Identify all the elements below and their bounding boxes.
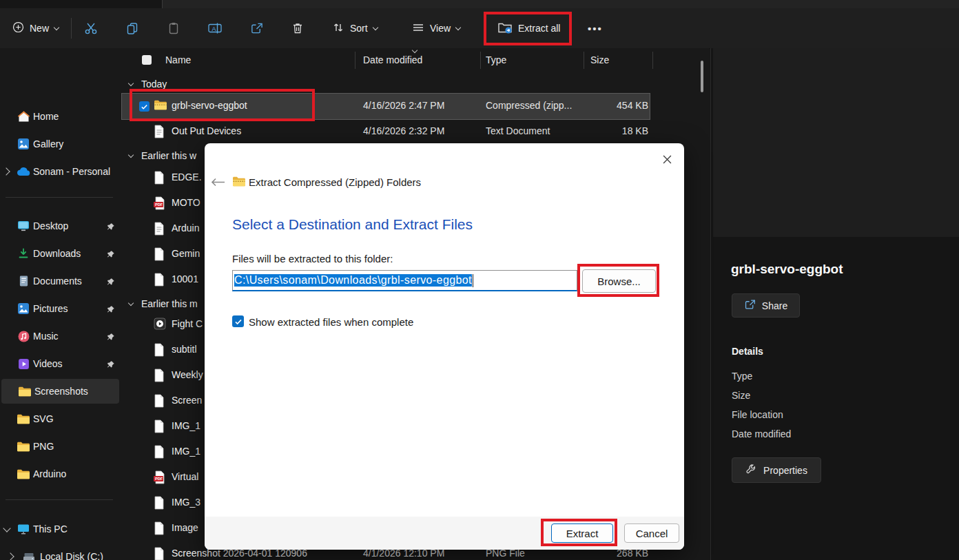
file-name: IMG_3 <box>172 497 200 508</box>
view-button-label: View <box>430 23 451 34</box>
sort-icon <box>332 22 344 35</box>
more-options-icon[interactable]: ••• <box>586 19 605 38</box>
sidebar-item-this-pc[interactable]: This PC <box>0 517 121 541</box>
file-row-grbl-servo-eggbot[interactable]: grbl-servo-eggbot 4/16/2026 2:47 PM Comp… <box>122 94 650 119</box>
select-all-checkbox[interactable] <box>142 55 152 65</box>
file-name: Fight C <box>172 318 203 329</box>
documents-icon <box>17 274 30 288</box>
title-bar-tab <box>0 0 163 8</box>
destination-label: Files will be extracted to this folder: <box>232 253 393 265</box>
command-toolbar: New A Sort View Extract all ••• <box>0 8 959 49</box>
file-name: subtitl <box>172 344 197 355</box>
cancel-button[interactable]: Cancel <box>624 523 679 543</box>
file-icon <box>154 496 167 510</box>
new-button[interactable]: New <box>6 16 65 41</box>
sidebar-item-downloads[interactable]: Downloads <box>0 241 121 266</box>
show-extracted-label: Show extracted files when complete <box>249 316 413 328</box>
vertical-scrollbar[interactable] <box>701 61 703 92</box>
sidebar-item-home[interactable]: Home <box>0 104 121 129</box>
svg-text:PDF: PDF <box>155 477 163 481</box>
file-row-out-put-devices[interactable]: Out Put Devices 4/16/2026 2:32 PM Text D… <box>122 119 650 145</box>
sidebar-item-screenshots[interactable]: Screenshots <box>1 379 119 404</box>
row-checkbox-checked[interactable] <box>139 101 149 112</box>
column-divider[interactable] <box>652 52 653 69</box>
pdf-icon: PDF <box>154 196 167 210</box>
dialog-heading: Select a Destination and Extract Files <box>232 216 473 233</box>
folder-icon <box>17 467 30 481</box>
column-divider[interactable] <box>480 52 481 69</box>
column-header-date-modified[interactable]: Date modified <box>363 48 422 72</box>
details-field-date-modified: Date modified <box>732 428 791 439</box>
properties-button-label: Properties <box>763 465 807 476</box>
sidebar-item-png[interactable]: PNG <box>0 434 121 459</box>
file-name: Virtual <box>172 471 198 482</box>
sidebar-item-svg[interactable]: SVG <box>0 406 121 431</box>
delete-icon[interactable] <box>288 19 307 38</box>
column-header-size[interactable]: Size <box>590 48 609 72</box>
extract-all-label: Extract all <box>518 23 560 34</box>
browse-button-label: Browse... <box>597 276 641 287</box>
sidebar-item-desktop[interactable]: Desktop <box>0 214 121 238</box>
sidebar-item-gallery[interactable]: Gallery <box>0 132 121 156</box>
sidebar-item-videos[interactable]: Videos <box>0 351 121 376</box>
details-heading: Details <box>732 346 763 357</box>
column-divider[interactable] <box>584 52 584 69</box>
column-header-type[interactable]: Type <box>486 48 506 72</box>
file-name: Image <box>172 522 198 533</box>
share-icon[interactable] <box>247 19 266 38</box>
rename-icon[interactable]: A <box>205 19 225 38</box>
sidebar-item-pictures[interactable]: Pictures <box>0 296 121 321</box>
share-icon <box>744 299 756 312</box>
text-document-icon <box>154 125 167 138</box>
chevron-down-icon <box>372 24 378 30</box>
file-name: 10001 <box>172 273 198 284</box>
copy-icon[interactable] <box>123 19 142 38</box>
sidebar-item-label: Screenshots <box>34 386 88 397</box>
sidebar-divider <box>6 197 113 198</box>
column-header-name[interactable]: Name <box>165 48 191 72</box>
zip-folder-icon <box>232 176 246 187</box>
file-size: 18 KB <box>570 125 648 136</box>
back-arrow-icon[interactable] <box>206 174 229 190</box>
share-button[interactable]: Share <box>732 293 800 318</box>
details-field-file-location: File location <box>732 409 783 420</box>
extract-button[interactable]: Extract <box>551 523 613 543</box>
extract-all-button[interactable]: Extract all <box>491 16 567 41</box>
close-icon[interactable] <box>657 149 677 169</box>
sidebar-item-documents[interactable]: Documents <box>0 269 121 293</box>
file-name: IMG_1 <box>172 446 200 457</box>
sidebar-item-music[interactable]: Music <box>0 324 121 349</box>
sidebar-item-label: Arduino <box>33 468 66 479</box>
file-icon <box>154 547 167 560</box>
pin-icon <box>107 304 115 313</box>
group-label: Earlier this m <box>141 298 198 309</box>
browse-button[interactable]: Browse... <box>582 269 656 293</box>
share-button-label: Share <box>762 300 787 311</box>
sidebar-item-label: Desktop <box>33 220 68 231</box>
view-button[interactable]: View <box>405 16 467 41</box>
file-name: MOTO <box>172 197 200 208</box>
extract-button-label: Extract <box>566 528 599 539</box>
desktop-icon <box>17 219 30 233</box>
wrench-icon <box>745 464 757 477</box>
file-icon <box>154 247 167 261</box>
pictures-icon <box>17 302 30 315</box>
paste-icon[interactable] <box>164 19 183 38</box>
file-icon <box>154 171 167 185</box>
sidebar-item-onedrive[interactable]: Sonam - Personal <box>0 159 121 184</box>
details-pane: grbl-servo-eggbot Share Details Type Siz… <box>710 48 959 560</box>
cut-icon[interactable] <box>81 19 101 38</box>
column-divider[interactable] <box>355 52 355 69</box>
pin-icon <box>107 360 115 368</box>
destination-path-input[interactable]: C:\Users\sonam\Downloads\grbl-servo-eggb… <box>232 270 577 291</box>
sidebar-item-label: PNG <box>33 441 54 452</box>
file-name: Out Put Devices <box>172 125 241 136</box>
sidebar-item-local-disk-c[interactable]: Local Disk (C:) <box>0 544 121 560</box>
zip-folder-icon <box>154 99 167 113</box>
sidebar-item-arduino[interactable]: Arduino <box>0 462 121 486</box>
selected-path-text: C:\Users\sonam\Downloads\grbl-servo-eggb… <box>234 274 472 287</box>
properties-button[interactable]: Properties <box>732 457 821 483</box>
sort-button[interactable]: Sort <box>325 16 384 41</box>
file-name: EDGE. <box>172 172 202 183</box>
show-extracted-checkbox[interactable] <box>232 315 244 327</box>
